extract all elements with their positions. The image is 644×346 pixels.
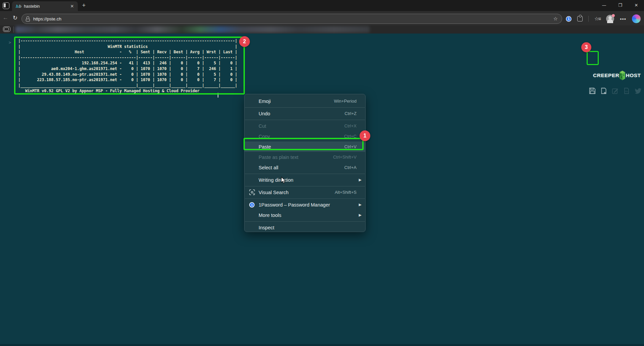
menu-item-emoji[interactable]: EmojiWin+Period — [245, 96, 365, 106]
menu-item-more-tools[interactable]: More tools▶ — [245, 210, 365, 220]
add-favorite-icon[interactable]: ☆ — [553, 16, 558, 22]
textarea-prompt: > — [9, 40, 11, 45]
copilot-icon[interactable] — [632, 14, 641, 23]
menu-item-shortcut: Ctrl+Shift+V — [333, 155, 357, 160]
menu-item-select-all[interactable]: Select allCtrl+A — [245, 162, 365, 173]
bookmarks-divider — [13, 26, 14, 33]
twitter-icon[interactable] — [634, 87, 642, 95]
menu-item-shortcut: Ctrl+Z — [344, 111, 357, 116]
lock-icon[interactable] — [26, 16, 30, 21]
svg-text:Ab: Ab — [625, 90, 628, 93]
mouse-cursor — [281, 177, 286, 184]
settings-menu-icon[interactable]: ••• — [620, 16, 626, 22]
browser-tab[interactable]: hb hastebin ✕ — [12, 1, 78, 11]
tab-actions-icon[interactable] — [3, 2, 9, 9]
submenu-arrow-icon: ▶ — [359, 178, 362, 182]
highlight-box-text — [14, 37, 245, 95]
tab-title: hastebin — [24, 4, 69, 9]
menu-item-label: Emoji — [259, 99, 271, 104]
menu-item-paste-as-plain-text[interactable]: Paste as plain textCtrl+Shift+V — [245, 152, 365, 162]
minimize-button[interactable]: — — [599, 3, 609, 8]
menu-separator — [245, 221, 365, 222]
menu-item-visual-search[interactable]: Visual SearchAlt+Shift+S — [245, 187, 365, 197]
menu-item-1password-password-manager[interactable]: 11Password – Password Manager▶ — [245, 199, 365, 210]
menu-item-label: Writing direction — [259, 177, 293, 183]
creeperhost-logo: CREEPER HOST — [593, 69, 641, 82]
page-bottom-edge — [0, 344, 644, 346]
bookmarks-bar — [0, 25, 644, 34]
url-text[interactable]: https://pste.ch — [33, 16, 61, 21]
onepassword-extension-icon[interactable]: 1 — [566, 16, 572, 22]
submenu-arrow-icon: ▶ — [359, 213, 362, 217]
menu-item-inspect[interactable]: Inspect — [245, 222, 365, 233]
back-button[interactable]: ← — [3, 14, 8, 21]
menu-separator — [245, 186, 365, 186]
favorites-icon[interactable]: ☆≡ — [594, 16, 600, 22]
edit-icon[interactable] — [611, 87, 619, 95]
menu-item-shortcut: Ctrl+A — [344, 165, 357, 170]
address-bar[interactable]: https://pste.ch ☆ — [21, 14, 562, 24]
submenu-arrow-icon: ▶ — [359, 203, 362, 207]
restore-button[interactable]: ❐ — [615, 3, 625, 8]
logo-text-left: CREEPER — [593, 72, 619, 78]
new-tab-button[interactable]: + — [80, 2, 88, 9]
menu-separator — [245, 107, 365, 108]
menu-item-writing-direction[interactable]: Writing direction▶ — [245, 175, 365, 185]
menu-item-undo[interactable]: UndoCtrl+Z — [245, 108, 365, 119]
menu-separator — [245, 120, 365, 120]
menu-item-label: 1Password – Password Manager — [259, 202, 330, 208]
profile-avatar[interactable] — [606, 15, 614, 23]
menu-item-label: Undo — [259, 111, 270, 116]
annotation-badge-3: 3 — [581, 42, 591, 52]
page-content: > |-------------------------------------… — [0, 34, 644, 346]
new-document-icon[interactable] — [600, 87, 607, 95]
toolbar-divider — [588, 16, 589, 22]
raw-document-icon[interactable]: Ab — [623, 87, 630, 95]
menu-item-label: More tools — [259, 213, 281, 218]
tab-close-icon[interactable]: ✕ — [69, 4, 75, 9]
visual-search-icon — [249, 189, 255, 195]
menu-separator — [245, 174, 365, 174]
extensions-icon[interactable] — [577, 16, 583, 21]
onepassword-icon: 1 — [249, 202, 255, 208]
menu-item-label: Cut — [259, 123, 266, 129]
reload-button[interactable]: ↻ — [13, 14, 17, 21]
highlight-box-paste — [244, 138, 364, 150]
logo-text-right: HOST — [626, 72, 641, 78]
save-icon[interactable] — [589, 87, 596, 95]
annotation-badge-1: 1 — [360, 130, 370, 141]
highlight-box-save — [587, 51, 599, 65]
screen: hb hastebin ✕ + — ❐ ✕ ← ↻ https://pste.c… — [0, 0, 644, 346]
menu-separator — [245, 198, 365, 199]
favicon: hb — [15, 4, 21, 9]
menu-item-label: Visual Search — [259, 190, 288, 195]
annotation-badge-2: 2 — [239, 36, 250, 47]
bookmarks-hub-icon[interactable] — [3, 26, 10, 32]
close-button[interactable]: ✕ — [631, 3, 641, 8]
menu-item-label: Select all — [259, 165, 278, 170]
menu-item-shortcut: Win+Period — [334, 99, 357, 104]
menu-item-label: Paste as plain text — [259, 155, 299, 160]
context-menu: EmojiWin+PeriodUndoCtrl+ZCutCtrl+XCopyCt… — [244, 94, 366, 232]
menu-item-label: Inspect — [259, 225, 274, 230]
menu-item-shortcut: Alt+Shift+S — [335, 190, 357, 195]
blurred-bookmarks[interactable] — [15, 26, 370, 33]
paste-toolbar: Ab — [589, 87, 642, 95]
creeper-cube-icon — [620, 70, 625, 81]
title-bar: hb hastebin ✕ + — ❐ ✕ — [0, 0, 644, 11]
menu-item-shortcut: Ctrl+X — [344, 123, 357, 128]
menu-item-cut[interactable]: CutCtrl+X — [245, 121, 365, 131]
